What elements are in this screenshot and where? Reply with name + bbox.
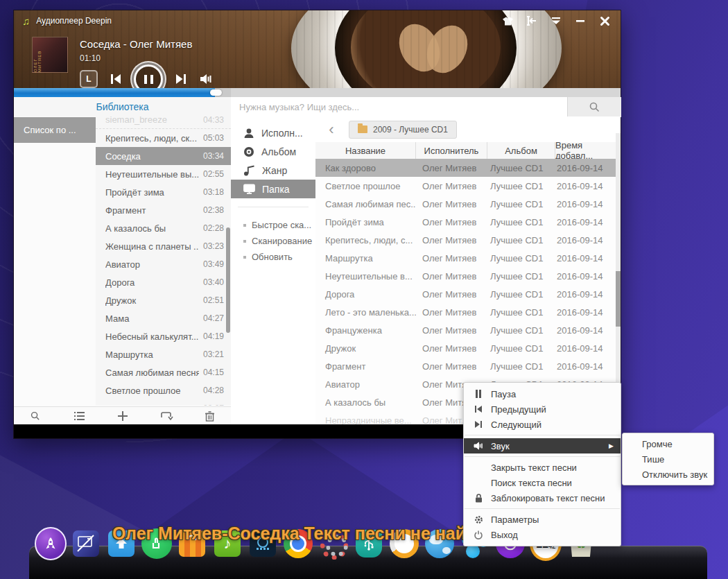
library-song-row[interactable]: Небесный калькулят... 04:19 — [96, 327, 231, 345]
table-row[interactable]: Лето - это маленька... Олег Митяев Лучше… — [315, 303, 616, 321]
album-icon — [243, 146, 254, 157]
play-mode-button[interactable]: L — [80, 70, 98, 88]
menu-item-settings[interactable]: Параметры — [464, 512, 621, 527]
library-song-row[interactable]: Дружок 02:51 — [96, 291, 231, 309]
pause-button[interactable] — [134, 64, 163, 88]
cell-artist: Олег Митяев — [416, 307, 487, 318]
desktop-lyrics-text[interactable]: Олег Митяев-Соседка Текст песни не найде… — [112, 524, 503, 544]
desktop-lyric-toggle-icon[interactable] — [526, 15, 538, 26]
menu-item-label: Следующий — [491, 420, 614, 430]
folder-chip-icon — [358, 126, 367, 133]
album-art[interactable]: ОЛЕГ МИТЯЕВ — [32, 37, 68, 73]
cell-title: Фрагмент — [315, 361, 416, 372]
close-icon[interactable] — [598, 15, 611, 26]
column-header-added[interactable]: Время добавл... — [555, 142, 616, 159]
library-song-row[interactable]: Авиатор 03:49 — [96, 255, 231, 273]
dock-launcher-icon[interactable] — [35, 528, 67, 560]
table-row[interactable]: Дружок Олег Митяев Лучшее CD1 2016-09-14 — [315, 339, 616, 357]
table-row[interactable]: Самая любимая пес... Олег Митяев Лучшее … — [315, 195, 616, 213]
cell-artist: Олег Митяев — [416, 271, 487, 282]
playlist-view-icon[interactable] — [69, 408, 89, 424]
playlist-item-selected[interactable]: Список по ... — [14, 117, 96, 143]
submenu-item-quieter[interactable]: Тише — [623, 451, 713, 467]
table-row[interactable]: Светлое прошлое Олег Митяев Лучшее CD1 2… — [315, 177, 616, 195]
library-song-row[interactable]: Как здорово 03:07 — [96, 399, 231, 406]
song-list-scrollbar[interactable] — [226, 227, 230, 333]
table-row[interactable]: Дорога Олег Митяев Лучшее CD1 2016-09-14 — [315, 285, 616, 303]
menu-item-sound[interactable]: Звук ▶ — [464, 438, 621, 453]
cell-album: Лучшее CD1 — [487, 253, 555, 263]
library-song-row[interactable]: Соседка 03:34 — [96, 147, 231, 165]
delete-icon[interactable] — [200, 408, 220, 424]
cell-added: 2016-09-14 — [555, 271, 616, 282]
nav-item-genre[interactable]: Жанр — [231, 161, 315, 180]
seek-slider[interactable] — [14, 88, 231, 97]
next-track-button[interactable] — [174, 73, 188, 85]
nav-item-artist[interactable]: Исполн... — [231, 123, 315, 142]
library-song-row[interactable]: А казалось бы 02:28 — [96, 219, 231, 237]
library-song-row[interactable]: sieman_breeze 04:33 — [96, 116, 231, 129]
song-duration: 03:07 — [203, 404, 224, 406]
column-header-artist[interactable]: Исполнитель — [416, 142, 487, 159]
library-song-row[interactable]: Фрагмент 02:38 — [96, 201, 231, 219]
action-refresh[interactable]: Обновить — [231, 249, 315, 265]
library-song-row[interactable]: Неутешительные вы... 02:55 — [96, 165, 231, 183]
seek-slider-handle[interactable] — [210, 89, 222, 96]
cell-added: 2016-09-14 — [555, 235, 616, 245]
table-row[interactable]: Крепитесь, люди, с... Олег Митяев Лучшее… — [315, 231, 616, 249]
search-input[interactable] — [231, 97, 567, 116]
dock-show-desktop-icon[interactable] — [70, 528, 102, 560]
search-button[interactable] — [567, 97, 621, 117]
song-duration: 05:03 — [203, 133, 224, 143]
menu-item-previous[interactable]: Предыдущий — [464, 401, 621, 417]
table-row[interactable]: Маршрутка Олег Митяев Лучшее CD1 2016-09… — [315, 249, 616, 267]
action-quick-scan[interactable]: Быстрое ска... — [231, 217, 315, 233]
nav-item-folder[interactable]: Папка — [231, 180, 315, 198]
search-songs-icon[interactable] — [25, 408, 46, 424]
library-song-row[interactable]: Крепитесь, люди, ск... 05:03 — [96, 129, 231, 147]
menu-item-search-lyrics[interactable]: Поиск текста песни — [464, 475, 621, 490]
theme-skin-icon[interactable] — [501, 15, 514, 26]
submenu-item-mute[interactable]: Отключить звук — [623, 467, 713, 482]
column-header-title[interactable]: Название — [315, 142, 416, 159]
library-song-row[interactable]: Светлое прошлое 04:28 — [96, 381, 231, 399]
menu-separator — [465, 508, 620, 509]
add-music-icon[interactable] — [112, 408, 133, 424]
column-header-album[interactable]: Альбом — [487, 142, 555, 159]
action-scan[interactable]: Сканирование — [231, 233, 315, 249]
lock-icon — [473, 494, 484, 503]
table-row[interactable]: Француженка Олег Митяев Лучшее CD1 2016-… — [315, 321, 616, 339]
cell-title: Маршрутка — [315, 253, 416, 263]
table-scrollbar-thumb[interactable] — [616, 271, 621, 327]
library-song-row[interactable]: Самая любимая песня 04:15 — [96, 363, 231, 381]
cell-added: 2016-09-14 — [555, 343, 616, 354]
library-song-row[interactable]: Маршрутка 03:21 — [96, 345, 231, 363]
menu-item-close-lyrics[interactable]: Закрыть текст песни — [464, 460, 621, 475]
menu-item-label: Звук — [491, 441, 602, 451]
menu-dropdown-icon[interactable] — [550, 15, 562, 26]
table-row[interactable]: Неутешительные в... Олег Митяев Лучшее C… — [315, 267, 616, 285]
library-song-row[interactable]: Мама 04:27 — [96, 309, 231, 327]
menu-item-pause[interactable]: Пауза — [464, 386, 621, 401]
table-row[interactable]: Пройдёт зима Олег Митяев Лучшее CD1 2016… — [315, 213, 616, 231]
library-song-row[interactable]: Пройдёт зима 03:18 — [96, 183, 231, 201]
back-button[interactable]: ‹ — [321, 119, 342, 140]
nav-item-album[interactable]: Альбом — [231, 142, 315, 161]
menu-item-lock-lyrics[interactable]: Заблокировать текст песни — [464, 490, 621, 505]
library-song-row[interactable]: Женщина с планеты ... 03:23 — [96, 237, 231, 255]
breadcrumb-folder-chip[interactable]: 2009 - Лучшее CD1 — [349, 121, 457, 139]
previous-track-button[interactable] — [109, 73, 123, 85]
minimize-icon[interactable] — [574, 15, 587, 26]
song-duration: 03:49 — [203, 259, 224, 269]
song-duration: 04:33 — [203, 116, 224, 125]
submenu-item-louder[interactable]: Громче — [623, 436, 713, 451]
menu-item-exit[interactable]: Выход — [464, 527, 621, 542]
cell-title: Светлое прошлое — [315, 181, 416, 191]
table-row[interactable]: Фрагмент Олег Митяев Лучшее CD1 2016-09-… — [315, 357, 616, 375]
volume-icon[interactable] — [199, 73, 214, 85]
repeat-mode-icon[interactable] — [156, 408, 177, 424]
cell-added: 2016-09-14 — [555, 361, 616, 372]
library-song-row[interactable]: Дорога 03:40 — [96, 273, 231, 291]
table-row[interactable]: Как здорово Олег Митяев Лучшее CD1 2016-… — [315, 159, 616, 177]
menu-item-next[interactable]: Следующий — [464, 417, 621, 432]
